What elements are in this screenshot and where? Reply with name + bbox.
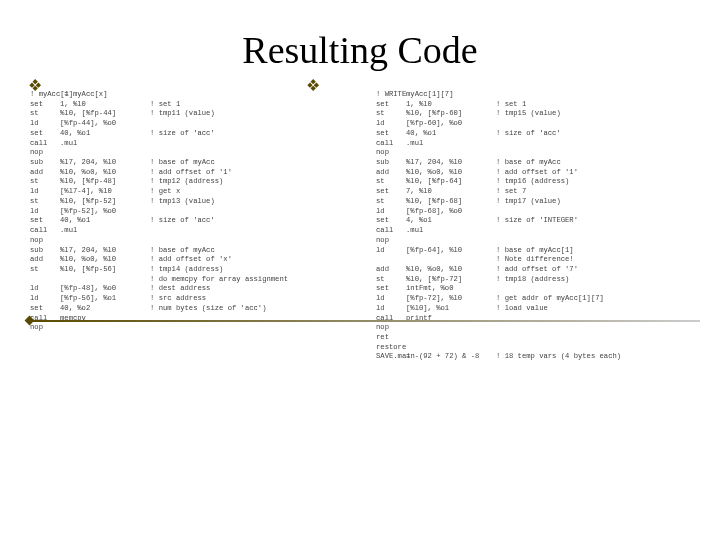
mnemonic: nop <box>30 148 60 158</box>
mnemonic: add <box>376 265 406 275</box>
comment: ! get x <box>150 187 344 197</box>
operands: 1, %l0 <box>406 100 496 110</box>
comment <box>496 323 690 333</box>
comment: ! tmp11 (value) <box>150 109 344 119</box>
code-line: call.mul <box>376 139 690 149</box>
comment <box>496 226 690 236</box>
code-line: ld[%fp-52], %o0 <box>30 207 344 217</box>
operands: [%fp-72], %l0 <box>406 294 496 304</box>
operands: %l0, %o0, %l0 <box>60 255 150 265</box>
code-line: ! Note difference! <box>376 255 690 265</box>
code-line: st%l0, [%fp-44]! tmp11 (value) <box>30 109 344 119</box>
mnemonic: ld <box>30 284 60 294</box>
mnemonic: sub <box>30 246 60 256</box>
operands: %l0, %o0, %l0 <box>60 168 150 178</box>
operands <box>406 343 496 353</box>
operands <box>406 236 496 246</box>
code-line: st%l0, [%fp-48]! tmp12 (address) <box>30 177 344 187</box>
operands: [%fp-60], %o0 <box>406 119 496 129</box>
mnemonic: st <box>30 177 60 187</box>
mnemonic: st <box>30 265 60 275</box>
code-line: nop <box>376 236 690 246</box>
mnemonic: nop <box>376 323 406 333</box>
mnemonic: add <box>30 255 60 265</box>
comment <box>496 333 690 343</box>
comment: ! add offset of '1' <box>496 168 690 178</box>
operands: %l0, %o0, %l0 <box>406 168 496 178</box>
code-line: ld[%fp-60], %o0 <box>376 119 690 129</box>
comment: ! 18 temp vars (4 bytes each) <box>496 352 690 362</box>
comment <box>496 139 690 149</box>
mnemonic: nop <box>376 148 406 158</box>
operands <box>406 148 496 158</box>
mnemonic: call <box>30 226 60 236</box>
operands: myAcc[1][7] <box>406 90 496 100</box>
operands <box>60 236 150 246</box>
comment <box>150 207 344 217</box>
operands <box>60 148 150 158</box>
operands: %l0, [%fp-64] <box>406 177 496 187</box>
operands: %l0, %o0, %l0 <box>406 265 496 275</box>
comment: ! base of myAcc <box>150 158 344 168</box>
code-line: ld[%fp-44], %o0 <box>30 119 344 129</box>
operands: 40, %o1 <box>60 129 150 139</box>
code-line: st%l0, [%fp-56]! tmp14 (address) <box>30 265 344 275</box>
mnemonic: ret <box>376 333 406 343</box>
comment: ! set 1 <box>150 100 344 110</box>
comment: ! do memcpy for array assignment <box>150 275 344 285</box>
code-line: ld[%fp-68], %o0 <box>376 207 690 217</box>
operands: %l0, [%fp-72] <box>406 275 496 285</box>
mnemonic: set <box>30 216 60 226</box>
code-line: set40, %o1! size of 'acc' <box>30 216 344 226</box>
operands: [%fp-68], %o0 <box>406 207 496 217</box>
operands: .mul <box>406 139 496 149</box>
code-line: sub%l7, 204, %l0! base of myAcc <box>30 158 344 168</box>
comment: ! add offset of '7' <box>496 265 690 275</box>
code-line: set4, %o1! size of 'INTEGER' <box>376 216 690 226</box>
page-title: Resulting Code <box>0 28 720 72</box>
mnemonic: nop <box>376 236 406 246</box>
code-line: call.mul <box>30 139 344 149</box>
operands: 40, %o2 <box>60 304 150 314</box>
code-line: nop <box>30 148 344 158</box>
operands <box>406 255 496 265</box>
mnemonic: st <box>30 109 60 119</box>
comment <box>150 323 344 333</box>
operands: [%fp-44], %o0 <box>60 119 150 129</box>
mnemonic: set <box>30 100 60 110</box>
mnemonic <box>30 275 60 285</box>
code-line: st%l0, [%fp-68]! tmp17 (value) <box>376 197 690 207</box>
code-line: call.mul <box>30 226 344 236</box>
code-line: setintFmt, %o0 <box>376 284 690 294</box>
code-line: set40, %o1! size of 'acc' <box>30 129 344 139</box>
footer-rule <box>30 320 700 322</box>
operands: 4, %o1 <box>406 216 496 226</box>
operands: 7, %l0 <box>406 187 496 197</box>
comment: ! src address <box>150 294 344 304</box>
code-line: ! myAcc[1] = myAcc[x] <box>30 90 344 100</box>
comment <box>496 90 690 100</box>
code-line: add%l0, %o0, %l0! add offset of '7' <box>376 265 690 275</box>
operands: %l7, 204, %l0 <box>60 158 150 168</box>
operands: = -(92 + 72) & -8 <box>406 352 496 362</box>
mnemonic: st <box>376 275 406 285</box>
operands: %l0, [%fp-48] <box>60 177 150 187</box>
code-line: ld[%fp-56], %o1! src address <box>30 294 344 304</box>
comment: ! tmp15 (value) <box>496 109 690 119</box>
operands: %l0, [%fp-44] <box>60 109 150 119</box>
operands: %l7, 204, %l0 <box>406 158 496 168</box>
comment: ! dest address <box>150 284 344 294</box>
code-line: ld[%fp-72], %l0! get addr of myAcc[1][7] <box>376 294 690 304</box>
comment: ! tmp17 (value) <box>496 197 690 207</box>
comment: ! num bytes (size of 'acc') <box>150 304 344 314</box>
operands: %l0, [%fp-52] <box>60 197 150 207</box>
code-line: sub%l7, 204, %l0! base of myAcc <box>376 158 690 168</box>
operands: %l0, [%fp-68] <box>406 197 496 207</box>
code-line: add%l0, %o0, %l0! add offset of '1' <box>30 168 344 178</box>
bullet-decoration: ❖ <box>28 76 42 95</box>
mnemonic: ld <box>376 294 406 304</box>
code-line: nop <box>376 323 690 333</box>
code-line: set7, %l0! set 7 <box>376 187 690 197</box>
mnemonic: add <box>30 168 60 178</box>
operands: .mul <box>60 226 150 236</box>
